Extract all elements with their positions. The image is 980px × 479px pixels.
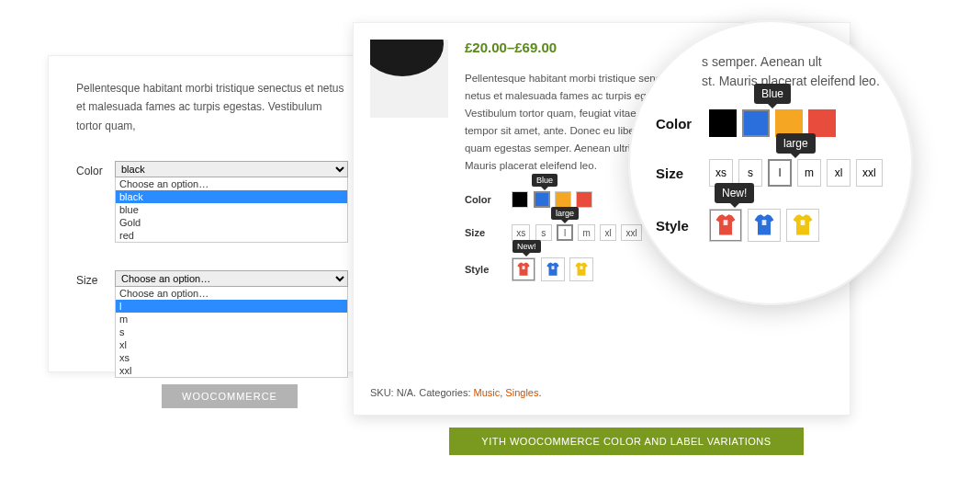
color-swatch-blue[interactable] bbox=[534, 191, 550, 208]
zoom-size-swatch-xl[interactable]: xl bbox=[827, 159, 850, 187]
woocommerce-panel: Pellentesque habitant morbi tristique se… bbox=[48, 55, 377, 372]
zoom-color-swatch-blue[interactable] bbox=[742, 109, 770, 137]
category-link-music[interactable]: Music bbox=[474, 387, 501, 398]
size-select[interactable]: Choose an option… bbox=[115, 270, 348, 287]
color-option-selected[interactable]: black bbox=[116, 190, 347, 203]
size-option[interactable]: m bbox=[116, 313, 347, 325]
color-swatch-black[interactable] bbox=[512, 191, 528, 208]
zoom-style-row: New! Style bbox=[656, 209, 885, 242]
size-swatch-xs[interactable]: xs bbox=[512, 224, 530, 241]
category-link-singles[interactable]: Singles bbox=[505, 387, 538, 398]
size-dropdown-list: Choose an option… l m s xl xs xxl bbox=[115, 287, 348, 378]
product-image bbox=[370, 40, 448, 118]
size-swatch-xl[interactable]: xl bbox=[600, 224, 616, 241]
style-swatch-red[interactable] bbox=[512, 257, 535, 281]
size-swatch-xxl[interactable]: xxl bbox=[621, 224, 641, 241]
zoom-color-tooltip: Blue bbox=[754, 84, 791, 104]
zoom-color-swatch-black[interactable] bbox=[709, 109, 737, 137]
color-option[interactable]: blue bbox=[116, 203, 347, 216]
zoom-style-tooltip: New! bbox=[715, 183, 754, 203]
size-option[interactable]: xs bbox=[116, 351, 347, 364]
zoom-style-swatch-red[interactable] bbox=[709, 209, 742, 242]
style-swatch-yellow[interactable] bbox=[569, 257, 593, 281]
color-dropdown-list: Choose an option… black blue Gold red bbox=[115, 177, 348, 243]
categories-prefix: . Categories: bbox=[413, 387, 473, 398]
zoom-size-swatch-m[interactable]: m bbox=[797, 159, 821, 187]
zoom-magnifier: s semper. Aenean ult st. Mauris placerat… bbox=[628, 20, 913, 305]
size-option[interactable]: xxl bbox=[116, 364, 347, 377]
size-option[interactable]: xl bbox=[116, 338, 347, 351]
size-select-wrapper: Choose an option… Choose an option… l m … bbox=[115, 270, 348, 378]
color-select[interactable]: black bbox=[115, 161, 348, 177]
size-swatch-m[interactable]: m bbox=[578, 224, 594, 241]
sku-value: N/A bbox=[397, 387, 413, 398]
sku-line: SKU: N/A. Categories: Music, Singles. bbox=[370, 387, 542, 398]
size-label: Size bbox=[465, 227, 509, 238]
size-option[interactable]: s bbox=[116, 325, 347, 338]
price: £20.00–£69.00 bbox=[465, 40, 713, 55]
zoom-style-swatch-yellow[interactable] bbox=[786, 209, 819, 242]
color-label: Color bbox=[465, 194, 509, 205]
zoom-size-swatch-l[interactable]: l bbox=[768, 159, 792, 187]
color-option[interactable]: red bbox=[116, 229, 347, 242]
zoom-size-row: large Size xs s l m xl xxl bbox=[656, 159, 885, 187]
zoom-color-label: Color bbox=[656, 116, 709, 131]
zoom-style-swatch-blue[interactable] bbox=[748, 209, 781, 242]
color-select-wrapper: black Choose an option… black blue Gold … bbox=[115, 161, 348, 243]
style-tooltip: New! bbox=[513, 240, 541, 253]
color-option[interactable]: Choose an option… bbox=[116, 177, 347, 190]
zoom-size-swatch-xxl[interactable]: xxl bbox=[856, 159, 883, 187]
style-swatch-blue[interactable] bbox=[541, 257, 565, 281]
color-label: Color bbox=[76, 161, 115, 243]
size-label: Size bbox=[76, 270, 115, 378]
color-swatch-orange[interactable] bbox=[555, 191, 571, 208]
color-tooltip: Blue bbox=[532, 174, 558, 187]
style-label: Style bbox=[465, 264, 509, 275]
color-swatch-red[interactable] bbox=[576, 191, 592, 208]
zoom-size-label: Size bbox=[656, 165, 709, 181]
sku-prefix: SKU: bbox=[370, 387, 397, 398]
color-row-left: Color black Choose an option… black blue… bbox=[76, 161, 348, 243]
size-tooltip: large bbox=[551, 207, 579, 220]
zoom-color-row: Blue Color bbox=[656, 109, 885, 137]
zoom-size-tooltip: large bbox=[776, 133, 816, 154]
yith-caption: YITH WOOCOMMERCE COLOR AND LABEL VARIATI… bbox=[449, 428, 804, 455]
size-option[interactable]: Choose an option… bbox=[116, 287, 347, 300]
zoom-desc: s semper. Aenean ult st. Mauris placerat… bbox=[702, 52, 885, 91]
size-swatch-l[interactable]: l bbox=[557, 224, 573, 241]
woocommerce-caption: WOOCOMMERCE bbox=[162, 384, 298, 408]
size-swatch-s[interactable]: s bbox=[535, 224, 552, 241]
product-description-left: Pellentesque habitant morbi tristique se… bbox=[76, 79, 348, 135]
size-option-selected[interactable]: l bbox=[116, 300, 347, 313]
size-row-left: Size Choose an option… Choose an option…… bbox=[76, 270, 348, 378]
color-option[interactable]: Gold bbox=[116, 216, 347, 229]
zoom-style-label: Style bbox=[656, 218, 709, 234]
